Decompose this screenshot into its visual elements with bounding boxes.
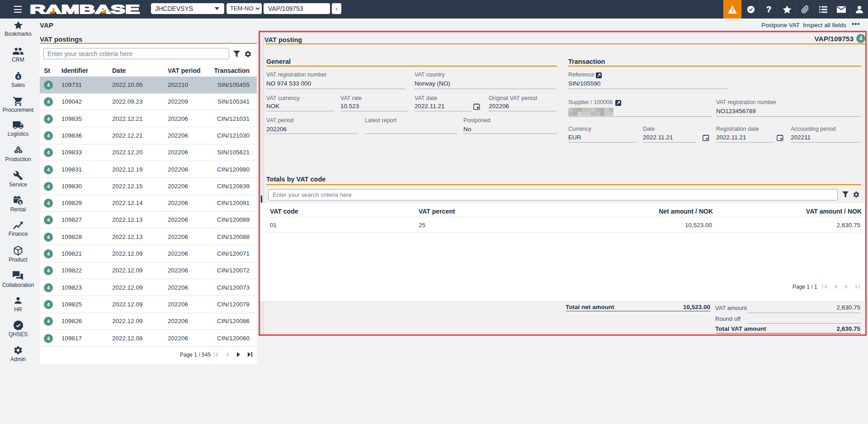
svg-text:$: $ xyxy=(17,75,19,79)
svg-text:RAMBASE: RAMBASE xyxy=(30,3,140,16)
svg-text:$: $ xyxy=(19,200,22,205)
